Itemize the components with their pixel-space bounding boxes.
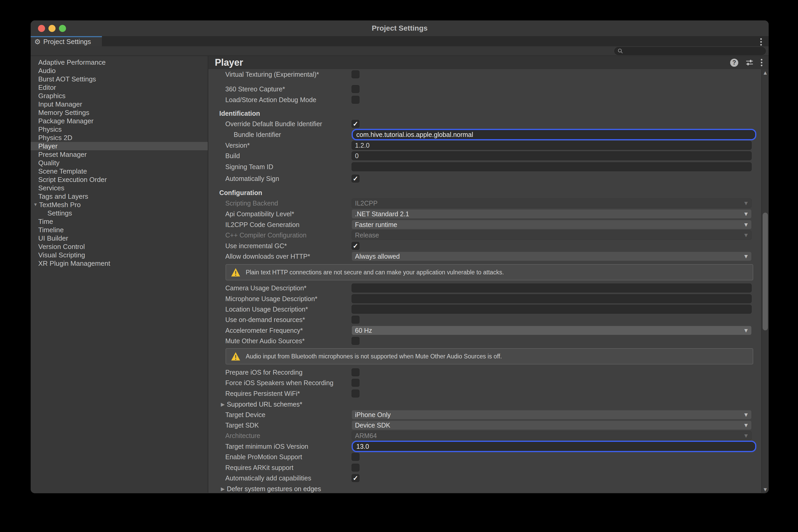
zoom-window-button[interactable] <box>59 25 66 32</box>
sidebar-item-xr-plugin-management[interactable]: XR Plugin Management <box>31 259 208 268</box>
settings-row-target-sdk: Target SDKDevice SDK▼ <box>208 420 761 431</box>
sidebar-item-timeline[interactable]: Timeline <box>31 226 208 234</box>
microphone-usage-description-field[interactable] <box>352 294 751 303</box>
toolbar <box>31 46 769 56</box>
location-usage-description-field[interactable] <box>352 305 751 314</box>
field-label: Bundle Identifier <box>225 131 352 138</box>
automatically-sign-checkbox[interactable]: ✓ <box>352 175 359 183</box>
project-settings-window: Project Settings ⚙ Project Settings <box>31 20 769 493</box>
settings-row-prepare-ios-for-recording: Prepare iOS for Recording <box>208 367 761 378</box>
sidebar-item-adaptive-performance[interactable]: Adaptive Performance <box>31 58 208 66</box>
chevron-down-icon: ▼ <box>744 433 748 438</box>
sidebar-item-label: Player <box>38 142 58 150</box>
target-sdk-dropdown[interactable]: Device SDK▼ <box>352 420 751 430</box>
sidebar-item-ui-builder[interactable]: UI Builder <box>31 234 208 243</box>
tab-strip-more-icon[interactable] <box>760 38 762 45</box>
sidebar-item-settings[interactable]: Settings <box>31 209 208 217</box>
sidebar-item-label: Physics 2D <box>38 134 72 142</box>
scroll-up-icon[interactable]: ▲ <box>762 70 769 75</box>
sidebar-item-label: TextMesh Pro <box>39 201 81 209</box>
sidebar-item-label: XR Plugin Management <box>38 260 110 268</box>
force-ios-speakers-when-recording-checkbox[interactable] <box>352 379 359 387</box>
mute-other-audio-sources-checkbox[interactable] <box>352 337 359 345</box>
override-default-bundle-identifier-checkbox[interactable]: ✓ <box>352 120 359 128</box>
cpp-compiler-configuration-dropdown: Release▼ <box>352 230 751 240</box>
target-device-dropdown[interactable]: iPhone Only▼ <box>352 410 751 419</box>
supported-url-schemes-foldout[interactable]: ▶Supported URL schemes* <box>208 399 761 410</box>
field-label: Automatically add capabilities <box>225 474 352 482</box>
accelerometer-frequency-dropdown[interactable]: 60 Hz▼ <box>352 326 751 335</box>
requires-arkit-support-checkbox[interactable] <box>352 464 359 472</box>
settings-row-load-store-action-debug-mode: Load/Store Action Debug Mode <box>208 95 761 105</box>
chevron-down-icon: ▼ <box>744 254 748 259</box>
sidebar-item-textmesh-pro[interactable]: ▼TextMesh Pro <box>31 201 208 209</box>
sidebar-item-label: Time <box>38 217 53 226</box>
settings-row-il2cpp-code-generation: IL2CPP Code GenerationFaster runtime▼ <box>208 220 761 230</box>
sidebar-item-audio[interactable]: Audio <box>31 66 208 75</box>
signing-team-id-field[interactable] <box>352 162 751 171</box>
allow-downloads-over-http-dropdown[interactable]: Always allowed▼ <box>352 252 751 261</box>
sidebar-item-tags-and-layers[interactable]: Tags and Layers <box>31 192 208 201</box>
close-window-button[interactable] <box>38 25 45 32</box>
sidebar-item-quality[interactable]: Quality <box>31 159 208 167</box>
sidebar-item-version-control[interactable]: Version Control <box>31 243 208 251</box>
settings-row-override-default-bundle-identifier: Override Default Bundle Identifier✓ <box>208 119 761 129</box>
field-value: 1.2.0 <box>355 141 370 149</box>
warning-text: Plain text HTTP connections are not secu… <box>246 269 504 276</box>
sidebar-item-graphics[interactable]: Graphics <box>31 92 208 100</box>
sidebar-item-scene-template[interactable]: Scene Template <box>31 167 208 175</box>
sidebar-item-time[interactable]: Time <box>31 217 208 226</box>
field-label: Requires Persistent WiFi* <box>225 390 352 397</box>
settings-row-api-compatibility-level: Api Compatibility Level*.NET Standard 2.… <box>208 209 761 219</box>
camera-usage-description-field[interactable] <box>352 284 751 292</box>
sidebar-item-script-execution-order[interactable]: Script Execution Order <box>31 175 208 184</box>
sidebar-item-memory-settings[interactable]: Memory Settings <box>31 108 208 117</box>
sidebar-item-physics[interactable]: Physics <box>31 125 208 134</box>
target-minimum-ios-version-field[interactable]: 13.0 <box>353 442 755 451</box>
version-field[interactable]: 1.2.0 <box>352 141 751 150</box>
chevron-down-icon: ▼ <box>744 222 748 227</box>
il2cpp-code-generation-dropdown[interactable]: Faster runtime▼ <box>352 220 751 229</box>
requires-persistent-wifi-checkbox[interactable] <box>352 390 359 397</box>
page-title: Player <box>215 57 730 68</box>
automatically-add-capabilities-checkbox[interactable]: ✓ <box>352 474 359 482</box>
sidebar-item-label: Version Control <box>38 243 85 251</box>
sidebar-item-preset-manager[interactable]: Preset Manager <box>31 150 208 159</box>
defer-system-gestures-on-edges-foldout[interactable]: ▶Defer system gestures on edges <box>208 483 761 493</box>
minimize-window-button[interactable] <box>49 25 56 32</box>
more-icon[interactable] <box>761 59 762 66</box>
build-field[interactable]: 0 <box>352 151 751 160</box>
settings-row-use-incremental-gc: Use incremental GC*✓ <box>208 241 761 251</box>
sidebar-item-input-manager[interactable]: Input Manager <box>31 100 208 108</box>
sidebar-item-visual-scripting[interactable]: Visual Scripting <box>31 251 208 259</box>
stereo-360-capture-checkbox[interactable] <box>352 85 359 93</box>
tab-project-settings[interactable]: ⚙ Project Settings <box>31 36 102 46</box>
foldout-open-icon[interactable]: ▼ <box>33 202 39 207</box>
settings-sidebar: Adaptive PerformanceAudioBurst AOT Setti… <box>31 56 208 493</box>
dropdown-value: IL2CPP <box>355 200 744 207</box>
api-compatibility-level-dropdown[interactable]: .NET Standard 2.1▼ <box>352 209 751 218</box>
vertical-scrollbar[interactable]: ▲ ▼ <box>761 69 769 493</box>
bundle-identifier-field[interactable]: com.hive.tutorial.ios.apple.global.norma… <box>353 130 755 139</box>
sidebar-item-services[interactable]: Services <box>31 184 208 192</box>
virtual-texturing-checkbox[interactable] <box>352 71 359 78</box>
search-box[interactable] <box>614 47 766 55</box>
sidebar-item-package-manager[interactable]: Package Manager <box>31 117 208 125</box>
settings-row-location-usage-description: Location Usage Description* <box>208 304 761 315</box>
field-label: Virtual Texturing (Experimental)* <box>225 71 352 78</box>
scroll-down-icon[interactable]: ▼ <box>762 487 769 492</box>
presets-icon[interactable] <box>745 58 754 67</box>
use-on-demand-resources-checkbox[interactable] <box>352 316 359 324</box>
help-icon[interactable]: ? <box>730 59 738 67</box>
sidebar-item-player[interactable]: Player <box>31 142 208 150</box>
sidebar-item-editor[interactable]: Editor <box>31 83 208 92</box>
scrollbar-thumb[interactable] <box>763 213 768 330</box>
use-incremental-gc-checkbox[interactable]: ✓ <box>352 242 359 250</box>
prepare-ios-for-recording-checkbox[interactable] <box>352 368 359 376</box>
sidebar-item-physics-2d[interactable]: Physics 2D <box>31 134 208 142</box>
search-input[interactable] <box>626 48 757 55</box>
load-store-action-debug-mode-checkbox[interactable] <box>352 96 359 104</box>
enable-promotion-support-checkbox[interactable] <box>352 453 359 461</box>
sidebar-item-label: Input Manager <box>38 100 82 108</box>
sidebar-item-burst-aot-settings[interactable]: Burst AOT Settings <box>31 75 208 83</box>
